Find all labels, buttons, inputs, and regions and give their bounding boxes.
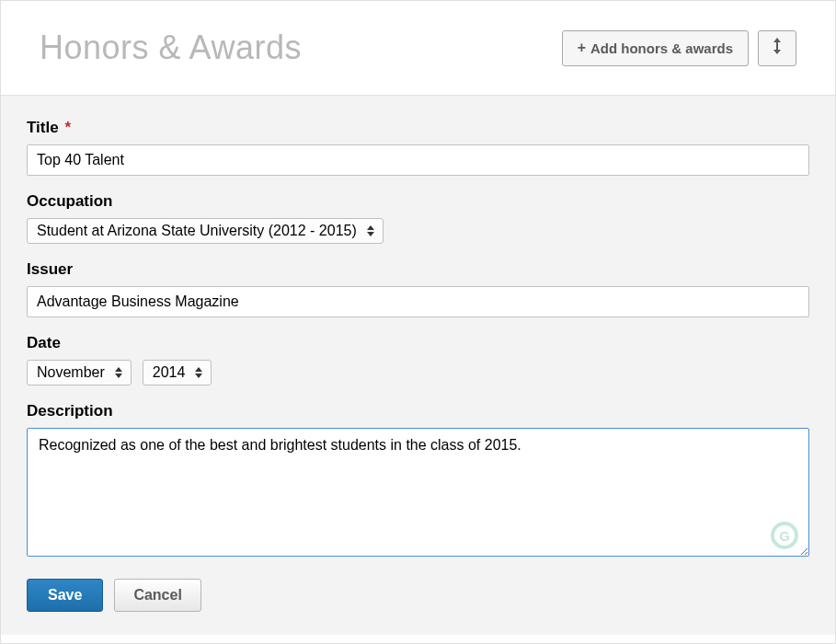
occupation-selected-value: Student at Arizona State University (201… [37,223,357,239]
form-actions: Save Cancel [27,579,809,612]
month-select[interactable]: November [27,360,132,385]
reorder-button[interactable] [758,30,796,66]
cancel-button[interactable]: Cancel [114,579,200,612]
issuer-label: Issuer [27,260,809,279]
description-field: Description G [27,402,809,560]
occupation-label: Occupation [27,192,809,211]
title-label-text: Title [27,119,59,136]
occupation-field: Occupation Student at Arizona State Univ… [27,192,809,244]
date-field: Date November 2014 [27,334,809,385]
required-asterisk: * [64,119,71,136]
description-label: Description [27,402,809,420]
honors-form: Title * Occupation Student at Arizona St… [1,95,835,635]
description-textarea[interactable] [27,428,809,557]
year-selected-value: 2014 [153,364,186,381]
section-header: Honors & Awards + Add honors & awards [1,1,835,95]
month-selected-value: November [37,364,105,381]
page-title: Honors & Awards [40,29,302,67]
select-arrows-icon [194,367,203,378]
year-select[interactable]: 2014 [143,360,212,385]
select-arrows-icon [114,367,123,378]
save-button[interactable]: Save [27,579,103,612]
issuer-input[interactable] [27,286,809,317]
updown-arrow-icon [772,37,783,60]
title-input[interactable] [27,144,809,176]
description-textarea-wrap: G [27,428,809,560]
honors-awards-page: Honors & Awards + Add honors & awards Ti… [0,0,836,644]
title-field: Title * [27,119,809,176]
date-row: November 2014 [27,360,809,385]
header-actions: + Add honors & awards [562,30,796,66]
add-honors-awards-button[interactable]: + Add honors & awards [562,30,749,66]
title-label: Title * [27,119,809,137]
occupation-select[interactable]: Student at Arizona State University (201… [27,218,384,244]
plus-icon: + [578,40,586,56]
date-label: Date [27,334,809,352]
issuer-field: Issuer [27,260,809,317]
select-arrows-icon [366,225,375,236]
add-button-label: Add honors & awards [590,40,733,56]
